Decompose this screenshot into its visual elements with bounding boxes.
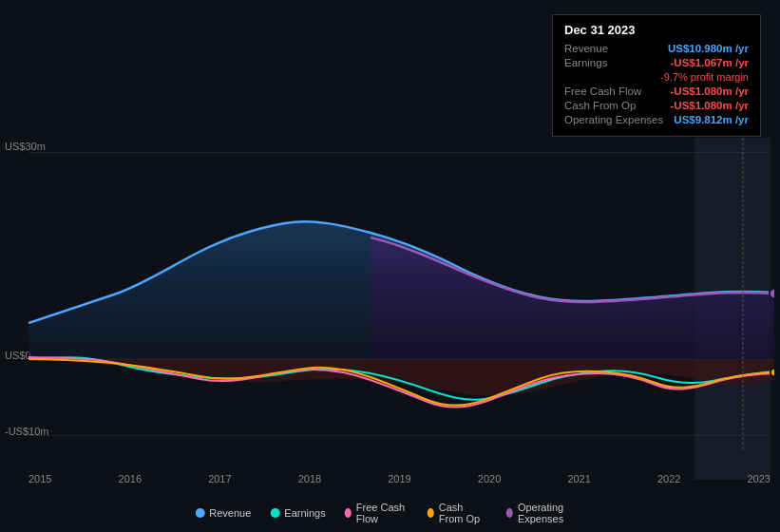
tooltip-value-cashop: -US$1.080m /yr [671,100,749,111]
x-label-2023: 2023 [748,473,770,484]
opex-end-dot [770,289,774,298]
legend-label-cashop: Cash From Op [439,502,487,524]
tooltip-label-earnings: Earnings [564,57,607,68]
legend-earnings[interactable]: Earnings [270,507,325,519]
x-label-2015: 2015 [29,473,51,484]
legend-label-fcf: Free Cash Flow [356,502,409,524]
chart-svg [29,138,774,451]
legend-fcf[interactable]: Free Cash Flow [345,502,409,524]
tooltip-date: Dec 31 2023 [564,23,749,37]
x-label-2017: 2017 [208,473,231,484]
x-label-2019: 2019 [388,473,410,484]
x-axis-labels: 2015 2016 2017 2018 2019 2020 2021 2022 … [29,473,770,484]
tooltip-label-opex: Operating Expenses [564,114,663,125]
x-label-2018: 2018 [298,473,321,484]
legend-dot-opex [506,508,513,518]
tooltip-row-earnings: Earnings -US$1.067m /yr [564,57,749,68]
tooltip-label-cashop: Cash From Op [564,100,636,111]
legend: Revenue Earnings Free Cash Flow Cash Fro… [195,502,585,524]
cashop-end-dot [770,369,774,376]
tooltip-label-revenue: Revenue [564,43,608,54]
tooltip-row-fcf: Free Cash Flow -US$1.080m /yr [564,86,749,97]
tooltip-value-fcf: -US$1.080m /yr [671,86,749,97]
earnings-neg-area [29,359,774,396]
legend-cashop[interactable]: Cash From Op [428,502,487,524]
tooltip-row-opex: Operating Expenses US$9.812m /yr [564,114,749,125]
y-label-mid: US$0 [5,350,31,361]
tooltip-card: Dec 31 2023 Revenue US$10.980m /yr Earni… [552,14,761,137]
tooltip-value-earnings: -US$1.067m /yr [671,57,749,68]
x-label-2020: 2020 [478,473,501,484]
x-label-2022: 2022 [657,473,680,484]
legend-dot-cashop [428,508,434,518]
tooltip-label-fcf: Free Cash Flow [564,86,641,97]
profit-margin: -9.7% profit margin [564,71,749,83]
legend-dot-fcf [345,508,352,518]
chart-container: Dec 31 2023 Revenue US$10.980m /yr Earni… [0,0,780,532]
tooltip-row-revenue: Revenue US$10.980m /yr [564,43,749,54]
tooltip-value-opex: US$9.812m /yr [674,114,749,125]
legend-label-revenue: Revenue [209,507,251,519]
tooltip-value-revenue: US$10.980m /yr [668,43,749,54]
legend-label-earnings: Earnings [284,507,325,519]
legend-dot-earnings [270,508,279,518]
tooltip-row-cashop: Cash From Op -US$1.080m /yr [564,100,749,111]
legend-label-opex: Operating Expenses [518,502,585,524]
legend-dot-revenue [195,508,204,518]
x-label-2016: 2016 [119,473,142,484]
x-label-2021: 2021 [567,473,590,484]
legend-opex[interactable]: Operating Expenses [506,502,585,524]
legend-revenue[interactable]: Revenue [195,507,251,519]
